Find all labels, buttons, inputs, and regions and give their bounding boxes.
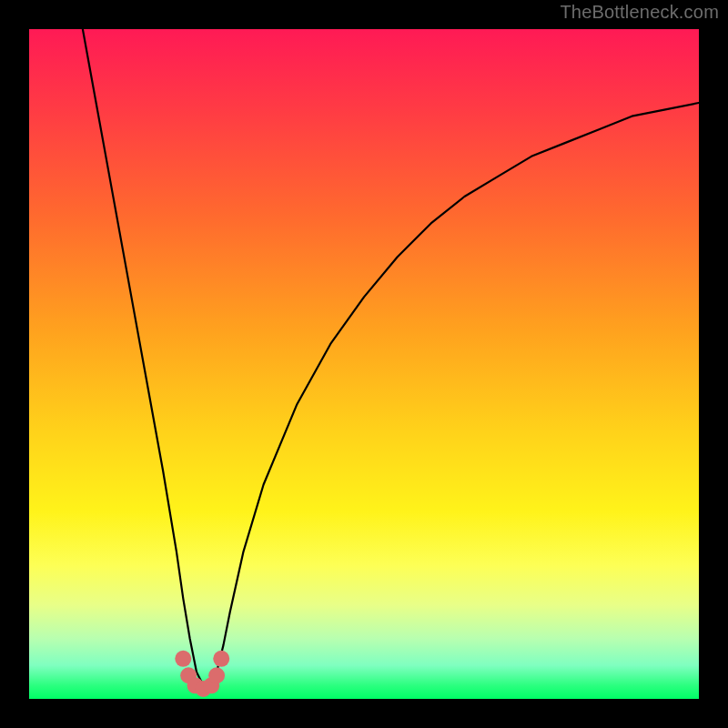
minimum-marker-group — [175, 651, 229, 697]
plot-area — [29, 29, 699, 699]
chart-container: TheBottleneck.com — [0, 0, 728, 728]
watermark-text: TheBottleneck.com — [560, 2, 719, 23]
minimum-marker — [213, 651, 229, 667]
curve-svg — [29, 29, 699, 699]
minimum-marker — [175, 651, 191, 667]
minimum-marker — [208, 667, 225, 683]
bottleneck-curve — [83, 29, 699, 685]
